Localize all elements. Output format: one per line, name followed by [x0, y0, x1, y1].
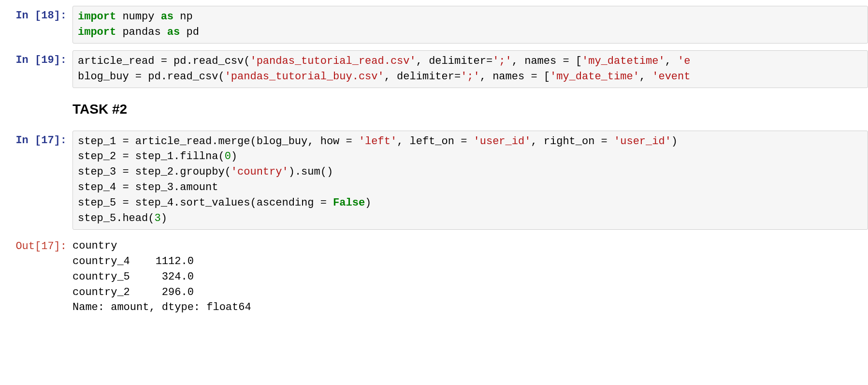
- code-input[interactable]: article_read = pd.read_csv('pandas_tutor…: [72, 50, 868, 88]
- input-prompt: In [19]:: [0, 50, 72, 88]
- task-heading: TASK #2: [72, 102, 868, 117]
- code-cell: In [19]: article_read = pd.read_csv('pan…: [0, 48, 868, 93]
- output-cell: Out[17]: country country_4 1112.0 countr…: [0, 235, 868, 320]
- in-label: In: [15, 134, 28, 147]
- code-input[interactable]: step_1 = article_read.merge(blog_buy, ho…: [72, 131, 868, 230]
- input-prompt: In [17]:: [0, 131, 72, 230]
- code-cell: In [17]: step_1 = article_read.merge(blo…: [0, 129, 868, 235]
- output-text: country country_4 1112.0 country_5 324.0…: [72, 237, 868, 315]
- exec-count: 17: [41, 240, 54, 252]
- markdown-rendered[interactable]: TASK #2: [72, 95, 868, 124]
- exec-count: 17: [41, 134, 54, 147]
- code-input[interactable]: import numpy as np import pandas as pd: [72, 6, 868, 44]
- in-label: In: [15, 10, 28, 22]
- in-label: In: [15, 54, 28, 66]
- output-prompt: Out[17]:: [0, 237, 72, 315]
- notebook-container: In [18]: import numpy as np import panda…: [0, 4, 868, 320]
- out-label: Out: [15, 240, 35, 252]
- code-cell: In [18]: import numpy as np import panda…: [0, 4, 868, 48]
- input-prompt: In [18]:: [0, 6, 72, 44]
- exec-count: 19: [41, 54, 54, 66]
- exec-count: 18: [41, 10, 54, 22]
- empty-prompt: [0, 95, 72, 124]
- markdown-cell: TASK #2: [0, 93, 868, 129]
